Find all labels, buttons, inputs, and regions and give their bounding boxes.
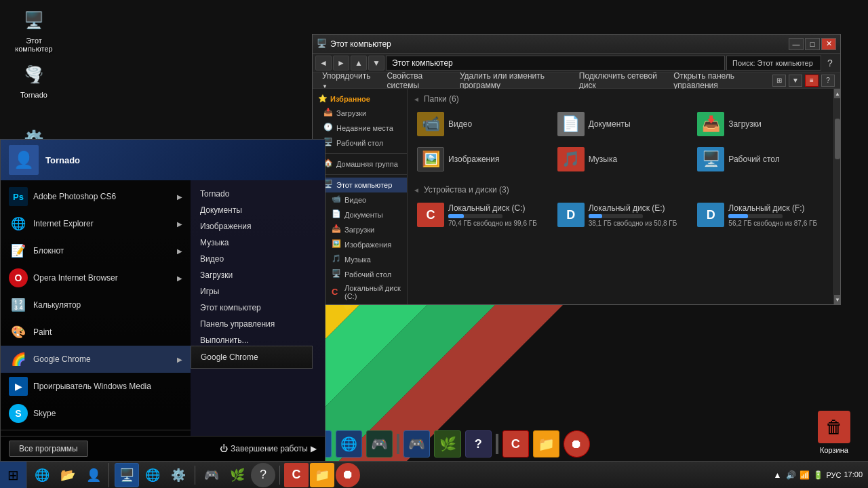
taskbar-web[interactable]: 🌐 — [140, 463, 165, 487]
start-item-notepad[interactable]: 📝 Блокнот ▶ — [1, 237, 191, 264]
help-button[interactable]: ? — [823, 56, 837, 70]
sidebar-drive-c[interactable]: CЛокальный диск (C:) — [313, 282, 407, 302]
taskbar-screen[interactable]: 🖥️ — [115, 463, 139, 487]
start-item-calc[interactable]: 🔢 Калькулятор — [1, 291, 191, 319]
recent-button[interactable]: ▼ — [368, 56, 384, 70]
start-item-paint[interactable]: 🎨 Paint — [1, 319, 191, 346]
extra-record-icon[interactable]: ⏺ — [564, 430, 590, 458]
sidebar-downloads[interactable]: 📥Загрузки — [313, 106, 407, 121]
folder-images[interactable]: 🖼️ Изображения — [413, 144, 548, 174]
extra-game-icon[interactable]: 🎮 — [366, 430, 393, 458]
extra-folder-icon[interactable]: 📁 — [533, 430, 559, 458]
right-music[interactable]: Музыка — [191, 235, 325, 251]
minimize-button[interactable]: — — [789, 38, 804, 50]
window-scrollbar[interactable]: ▲ ▼ — [833, 89, 840, 304]
scrollbar-down[interactable]: ▼ — [834, 295, 840, 304]
desktop-icon-tornado[interactable]: 🌪️ Tornado — [7, 61, 61, 99]
folder-video[interactable]: 📹 Видео — [413, 109, 548, 139]
back-button[interactable]: ◄ — [315, 56, 332, 70]
address-bar[interactable]: Этот компьютер — [386, 56, 725, 70]
right-control-panel[interactable]: Панель управления — [191, 316, 325, 332]
extra-web-icon[interactable]: 🌐 — [336, 430, 362, 458]
start-button[interactable]: ⊞ — [0, 462, 27, 489]
taskbar-help[interactable]: ? — [251, 463, 275, 487]
menu-control-panel[interactable]: Открыть панель управления — [669, 70, 764, 92]
menu-uninstall[interactable]: Удалить или изменить программу — [456, 70, 567, 92]
forward-button[interactable]: ► — [333, 56, 349, 70]
drive-f-bar — [728, 214, 748, 218]
close-button[interactable]: ✕ — [821, 38, 836, 50]
sidebar-music[interactable]: 🎵Музыка — [313, 252, 407, 267]
right-video[interactable]: Видео — [191, 251, 325, 267]
sidebar-desktop2[interactable]: 🖥️Рабочий стол — [313, 267, 407, 282]
right-downloads[interactable]: Загрузки — [191, 267, 325, 283]
menu-organize[interactable]: Упорядочить — [318, 70, 374, 92]
submenu-chrome[interactable]: Google Chrome — [191, 349, 312, 365]
tray-battery[interactable]: 🔋 — [812, 470, 823, 481]
extra-leaf-icon[interactable]: 🌿 — [434, 430, 460, 458]
right-games[interactable]: Игры — [191, 283, 325, 300]
view-dropdown[interactable]: ▼ — [789, 75, 802, 87]
all-programs-button[interactable]: Все программы — [9, 441, 88, 457]
sidebar-downloads2[interactable]: 📥Загрузки — [313, 222, 407, 237]
right-images[interactable]: Изображения — [191, 218, 325, 235]
start-item-ie[interactable]: 🌐 Internet Explorer ▶ — [1, 210, 191, 237]
folder-music[interactable]: 🎵 Музыка — [553, 144, 688, 174]
sidebar-video[interactable]: 📹Видео — [313, 192, 407, 207]
start-item-chrome[interactable]: 🌈 Google Chrome ▶ Google Chrome — [1, 346, 191, 373]
desktop-icon-computer[interactable]: 🖥️ Этоткомпьютер — [7, 7, 61, 53]
sidebar-desktop[interactable]: 🖥️Рабочий стол — [313, 136, 407, 150]
view-details[interactable]: ≡ — [805, 75, 818, 87]
start-item-skype[interactable]: S Skype — [1, 400, 191, 427]
extra-c-icon[interactable]: C — [502, 430, 529, 458]
extra-gamepad-icon[interactable]: 🎮 — [403, 430, 430, 458]
tray-arrow[interactable]: ▲ — [772, 470, 783, 481]
tray-network[interactable]: 📶 — [799, 470, 810, 481]
drive-e[interactable]: D Локальный диск (E:) 38,1 ГБ свободно и… — [553, 200, 688, 230]
up-button[interactable]: ▲ — [351, 56, 367, 70]
taskbar-gamemaker[interactable]: 🌿 — [225, 463, 250, 487]
recycle-bin[interactable]: 🗑 Корзина — [807, 411, 861, 454]
extra-question-icon[interactable]: ? — [465, 430, 492, 458]
taskbar-c[interactable]: C — [284, 463, 309, 487]
start-item-opera[interactable]: O Opera Internet Browser ▶ — [1, 264, 191, 291]
taskbar-steam[interactable]: ⚙️ — [166, 463, 191, 487]
shutdown-button[interactable]: ⏻ Завершение работы ▶ — [220, 444, 317, 453]
drive-f[interactable]: D Локальный диск (F:) 56,2 ГБ свободно и… — [693, 200, 828, 230]
folder-images-icon: 🖼️ — [417, 147, 444, 171]
taskbar-extra-row: 🖥️ 🌐 🎮 🎮 🌿 ? C 📁 ⏺ — [305, 427, 590, 461]
menu-network-drive[interactable]: Подключить сетевой диск — [575, 70, 662, 92]
drive-c-bar-container — [448, 214, 502, 218]
system-tray: ▲ 🔊 📶 🔋 РУС 17:00 — [766, 470, 868, 481]
taskbar-user-button[interactable]: 👤 — [81, 463, 106, 487]
scrollbar-up[interactable]: ▲ — [834, 89, 840, 98]
start-item-photoshop[interactable]: Ps Adobe Photoshop CS6 ▶ — [1, 183, 191, 210]
tray-volume[interactable]: 🔊 — [785, 470, 796, 481]
right-this-computer[interactable]: Этот компьютер — [191, 300, 325, 316]
right-documents[interactable]: Документы — [191, 202, 325, 218]
folder-downloads[interactable]: 📥 Загрузки — [693, 109, 828, 139]
maximize-button[interactable]: □ — [805, 38, 820, 50]
right-tornado[interactable]: Tornado — [191, 186, 325, 202]
scrollbar-thumb[interactable] — [835, 119, 840, 159]
view-large-icon[interactable]: ⊞ — [772, 75, 786, 87]
taskbar-folder2[interactable]: 📁 — [310, 463, 334, 487]
sidebar-recent[interactable]: 🕐Недавние места — [313, 121, 407, 136]
drive-c[interactable]: C Локальный диск (C:) 70,4 ГБ свободно и… — [413, 200, 548, 230]
taskbar-folder-button[interactable]: 📂 — [56, 463, 80, 487]
folder-documents[interactable]: 📄 Документы — [553, 109, 688, 139]
menu-properties[interactable]: Свойства системы — [382, 70, 447, 92]
taskbar-record[interactable]: ⏺ — [336, 463, 360, 487]
taskbar-game[interactable]: 🎮 — [199, 463, 224, 487]
search-bar[interactable]: Поиск: Этот компьютер — [726, 56, 821, 70]
sidebar-homegroup[interactable]: 🏠Домашняя группа — [313, 157, 407, 171]
sidebar-images[interactable]: 🖼️Изображения — [313, 237, 407, 252]
sidebar-this-computer[interactable]: 🖥️Этот компьютер — [313, 178, 407, 192]
sidebar-drive-e[interactable]: DЛокальный диск (E:) — [313, 302, 407, 304]
recycle-bin-icon: 🗑 — [818, 411, 850, 443]
view-help[interactable]: ? — [821, 75, 835, 87]
start-item-wmp[interactable]: ▶ Проигрыватель Windows Media — [1, 373, 191, 400]
taskbar-ie-button[interactable]: 🌐 — [30, 463, 54, 487]
sidebar-documents[interactable]: 📄Документы — [313, 207, 407, 222]
folder-desktop[interactable]: 🖥️ Рабочий стол — [693, 144, 828, 174]
